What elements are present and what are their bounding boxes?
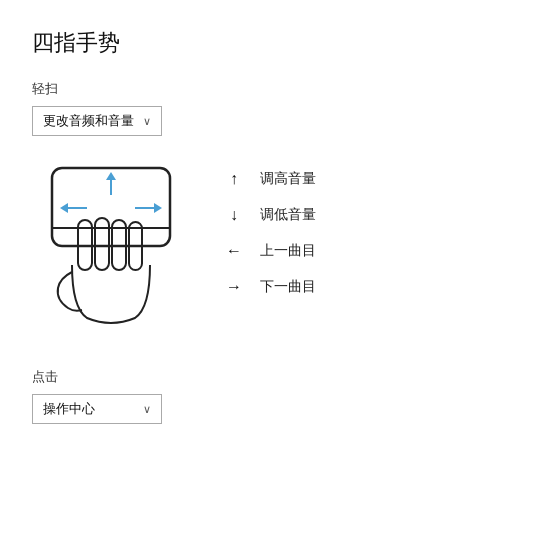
main-container: 四指手势 轻扫 更改音频和音量 ∨	[0, 0, 558, 452]
svg-marker-5	[60, 203, 68, 213]
gesture-desc-0: 调高音量	[260, 170, 316, 188]
gesture-item-2: ← 上一曲目	[224, 242, 316, 260]
svg-rect-9	[95, 218, 109, 270]
page-title: 四指手势	[32, 28, 526, 58]
gesture-list: ↑ 调高音量 ↓ 调低音量 ← 上一曲目 → 下一曲目	[224, 160, 316, 296]
tap-dropdown-value: 操作中心	[43, 400, 95, 418]
gesture-arrow-1: ↓	[224, 206, 244, 224]
gesture-desc-3: 下一曲目	[260, 278, 316, 296]
gesture-arrow-0: ↑	[224, 170, 244, 188]
svg-marker-7	[154, 203, 162, 213]
gesture-item-1: ↓ 调低音量	[224, 206, 316, 224]
gesture-area: ↑ 调高音量 ↓ 调低音量 ← 上一曲目 → 下一曲目	[32, 160, 526, 340]
gesture-item-0: ↑ 调高音量	[224, 170, 316, 188]
tap-dropdown[interactable]: 操作中心 ∨	[32, 394, 162, 424]
gesture-arrow-2: ←	[224, 242, 244, 260]
swipe-dropdown[interactable]: 更改音频和音量 ∨	[32, 106, 162, 136]
tap-label: 点击	[32, 368, 526, 386]
hand-illustration	[32, 160, 192, 340]
gesture-desc-2: 上一曲目	[260, 242, 316, 260]
tap-dropdown-chevron: ∨	[143, 403, 151, 416]
tap-section: 点击 操作中心 ∨	[32, 368, 526, 424]
swipe-dropdown-value: 更改音频和音量	[43, 112, 134, 130]
gesture-item-3: → 下一曲目	[224, 278, 316, 296]
swipe-dropdown-chevron: ∨	[143, 115, 151, 128]
gesture-desc-1: 调低音量	[260, 206, 316, 224]
gesture-arrow-3: →	[224, 278, 244, 296]
svg-marker-3	[106, 172, 116, 180]
swipe-label: 轻扫	[32, 80, 526, 98]
